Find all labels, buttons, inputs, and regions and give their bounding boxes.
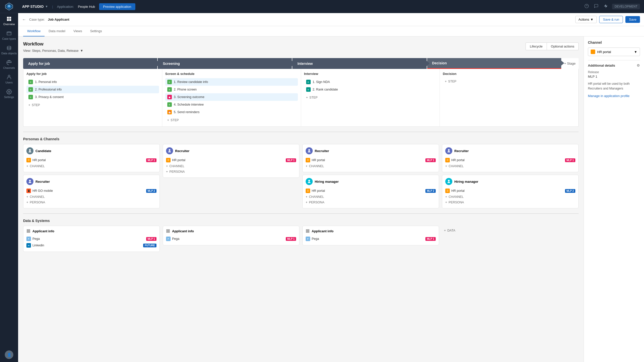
add-channel-decision-recruiter[interactable]: + CHANNEL bbox=[445, 163, 575, 169]
mlp-badge-decision-r: MLP 1 bbox=[565, 158, 575, 162]
data-card-name-screening: Applicant info bbox=[172, 229, 194, 233]
step-screening-outcome[interactable]: ◆ 3. Screening outcome bbox=[165, 93, 298, 101]
add-data-decision[interactable]: + DATA bbox=[442, 226, 579, 235]
step-label-review: 1. Review candidate info bbox=[174, 80, 208, 84]
step-sign-nda[interactable]: ≡ 1. Sign NDA bbox=[304, 78, 437, 86]
add-stage-button[interactable]: + Stage bbox=[561, 58, 579, 69]
persona-card-recruiter-apply: Recruiter 📱 HR GO mobile MLP 2 + CHANNEL bbox=[23, 175, 160, 208]
actions-caret-icon: ▼ bbox=[590, 18, 593, 21]
lightning-icon-button[interactable] bbox=[602, 3, 609, 10]
add-channel-screening-recruiter[interactable]: + CHANNEL bbox=[166, 163, 296, 169]
add-channel-apply-candidate[interactable]: + CHANNEL bbox=[26, 163, 156, 169]
add-channel-recruiter-apply[interactable]: + CHANNEL bbox=[26, 194, 156, 200]
svg-rect-33 bbox=[169, 232, 170, 233]
back-button[interactable]: ← bbox=[22, 17, 26, 22]
step-send-reminders[interactable]: ⏰ 5. Send reminders bbox=[165, 108, 298, 116]
step-label-reminders: 5. Send reminders bbox=[174, 110, 199, 114]
user-avatar[interactable]: 👤 bbox=[5, 350, 13, 359]
stage-apply-for-job[interactable]: Apply for job bbox=[23, 58, 157, 69]
tab-settings[interactable]: Settings bbox=[86, 26, 106, 36]
lifecycle-button[interactable]: Lifecycle bbox=[526, 42, 547, 50]
channel-select-caret-icon: ▼ bbox=[634, 50, 637, 54]
save-button[interactable]: Save bbox=[625, 16, 640, 23]
add-step-decision[interactable]: + STEP bbox=[443, 78, 575, 85]
add-persona-apply[interactable]: + PERSONA bbox=[26, 200, 156, 205]
stage-col-title-decision: Decision bbox=[443, 72, 575, 76]
add-step-screening[interactable]: + STEP bbox=[165, 117, 298, 123]
view-selector-caret: ▼ bbox=[80, 49, 83, 53]
add-step-plus-decision: + bbox=[445, 80, 447, 83]
add-channel-interview-hm[interactable]: + CHANNEL bbox=[306, 194, 436, 200]
sidebar-item-settings[interactable]: Settings bbox=[0, 86, 18, 101]
source-name-linkedin: Linkedin bbox=[32, 244, 142, 247]
optional-actions-button[interactable]: Optional actions bbox=[547, 42, 579, 50]
svg-rect-0 bbox=[7, 17, 9, 19]
data-col-screening: Applicant info P Pega MLP 1 bbox=[163, 226, 299, 252]
channel-select[interactable]: HR portal ▼ bbox=[588, 48, 640, 56]
step-personal-info[interactable]: ≡ 1. Personal info bbox=[26, 78, 159, 86]
data-col-interview: Applicant info P Pega MLP 1 bbox=[302, 226, 439, 252]
mlp-badge-go: MLP 2 bbox=[146, 189, 156, 193]
stage-screening[interactable]: Screening bbox=[158, 58, 292, 69]
step-rank-candidate[interactable]: ≡ 2. Rank candidate bbox=[304, 86, 437, 93]
add-persona-screening[interactable]: + PERSONA bbox=[166, 169, 296, 174]
add-step-interview[interactable]: + STEP bbox=[304, 94, 437, 101]
save-run-button[interactable]: Save & run bbox=[599, 16, 623, 23]
add-persona-decision[interactable]: + PERSONA bbox=[445, 200, 575, 205]
persona-name-recruiter-decision: Recruiter bbox=[454, 149, 469, 153]
application-name: People Hub bbox=[78, 5, 95, 9]
channel-row-decision-hm: ☰ HR portal MLP 2 bbox=[445, 188, 575, 194]
channel-icon-interview-r: ☰ bbox=[306, 158, 310, 162]
step-privacy-consent[interactable]: ≡ 3. Privacy & consent bbox=[26, 93, 159, 101]
sidebar-label-data-objects: Data objects bbox=[1, 52, 17, 55]
actions-button[interactable]: Actions ▼ bbox=[575, 16, 597, 23]
tab-workflow[interactable]: Workflow bbox=[23, 26, 45, 36]
persona-col-apply: Candidate ☰ HR portal MLP 1 + CHANNEL bbox=[23, 144, 160, 208]
sidebar-item-overview[interactable]: Overview bbox=[0, 13, 18, 28]
svg-rect-26 bbox=[168, 230, 169, 230]
manage-link[interactable]: Manage in application profile bbox=[588, 94, 630, 98]
data-card-applicant-apply: Applicant info P Pega MLP 1 in Linkedin … bbox=[23, 226, 160, 252]
data-col-decision: + DATA bbox=[442, 226, 579, 252]
step-icon-reminders: ⏰ bbox=[167, 110, 172, 114]
sidebar-item-channels[interactable]: Channels bbox=[0, 57, 18, 71]
sidebar-item-case-types[interactable]: Case types bbox=[0, 28, 18, 42]
mlp-badge-decision-hm: MLP 2 bbox=[565, 189, 575, 193]
add-channel-interview-recruiter[interactable]: + CHANNEL bbox=[306, 163, 436, 169]
stage-decision[interactable]: Decision bbox=[427, 58, 561, 69]
top-bar: APP STUDIO ▼ | Application: People Hub P… bbox=[18, 0, 644, 13]
stage-col-title-apply: Apply for job bbox=[26, 72, 159, 76]
help-icon-button[interactable] bbox=[583, 3, 590, 10]
gear-button[interactable]: ⚙ bbox=[637, 63, 640, 67]
step-label-screening-outcome: 3. Screening outcome bbox=[174, 95, 205, 99]
svg-rect-32 bbox=[168, 232, 169, 233]
tab-data-model[interactable]: Data model bbox=[45, 26, 69, 36]
stage-interview[interactable]: Interview bbox=[292, 58, 426, 69]
step-label-personal: 1. Personal info bbox=[35, 80, 57, 84]
add-channel-plus-1: + bbox=[26, 164, 28, 168]
svg-rect-22 bbox=[27, 232, 28, 233]
sidebar-item-data-objects[interactable]: Data objects bbox=[0, 42, 18, 57]
add-persona-interview[interactable]: + PERSONA bbox=[306, 200, 436, 205]
step-label-nda: 1. Sign NDA bbox=[313, 80, 330, 84]
step-schedule-interview[interactable]: ≡ 4. Schedule interview bbox=[165, 101, 298, 108]
add-channel-decision-hm[interactable]: + CHANNEL bbox=[445, 194, 575, 200]
data-card-applicant-interview: Applicant info P Pega MLP 1 bbox=[302, 226, 439, 245]
sidebar-label-overview: Overview bbox=[3, 23, 15, 26]
sidebar-item-users[interactable]: Users bbox=[0, 71, 18, 86]
preview-application-button[interactable]: Preview application bbox=[99, 3, 135, 10]
data-source-pega-apply: P Pega MLP 1 bbox=[26, 236, 156, 242]
right-panel: Channel HR portal ▼ Additional details ⚙… bbox=[584, 36, 644, 362]
persona-name-candidate: Candidate bbox=[35, 149, 51, 153]
step-review-candidate[interactable]: ≡ 1. Review candidate info bbox=[165, 78, 298, 86]
view-selector[interactable]: View: Steps, Personas, Data, Release ▼ bbox=[23, 49, 83, 53]
notifications-icon-button[interactable] bbox=[593, 3, 599, 10]
channel-name-hr-go: HR GO mobile bbox=[32, 189, 145, 193]
tab-views[interactable]: Views bbox=[69, 26, 86, 36]
add-step-apply[interactable]: + STEP bbox=[26, 102, 159, 108]
svg-rect-41 bbox=[307, 232, 308, 233]
channel-name-decision-hm: HR portal bbox=[451, 189, 564, 193]
step-professional-info[interactable]: ≡ 2. Professional info bbox=[26, 86, 159, 93]
step-phone-screen[interactable]: ≡ 2. Phone screen bbox=[165, 86, 298, 93]
application-label: Application: bbox=[57, 5, 74, 9]
